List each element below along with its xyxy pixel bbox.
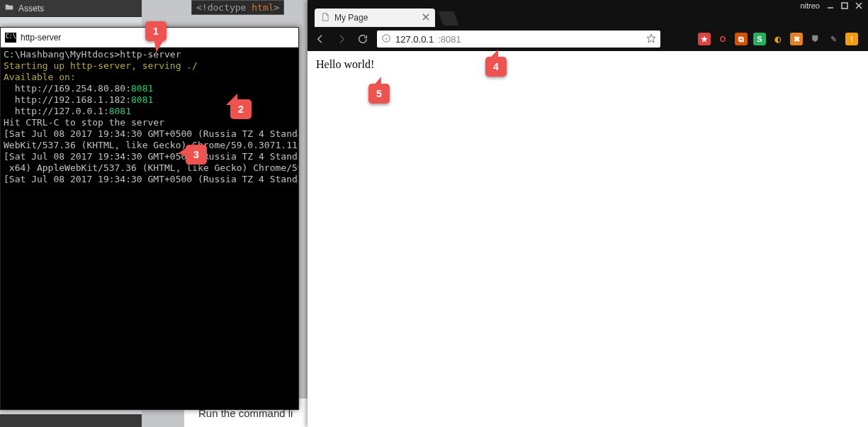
- console-log-0: [Sat Jul 08 2017 19:34:30 GMT+0500 (Russ…: [4, 128, 298, 139]
- bookmark-star-icon[interactable]: [646, 33, 656, 45]
- tab-my-page[interactable]: My Page: [315, 9, 435, 27]
- tab-close-icon[interactable]: [422, 13, 429, 23]
- svg-marker-9: [647, 34, 655, 43]
- console-window: http-server C:\Hashbang\MyHtdocs>http-se…: [0, 27, 299, 410]
- console-url-2: http://127.0.0.1:8081: [4, 106, 131, 116]
- background-panel-title: Assets: [18, 4, 44, 13]
- page-text: Hello world!: [316, 58, 374, 70]
- url-port: 8081: [131, 94, 153, 105]
- extension-icon-2[interactable]: ⧉: [735, 33, 748, 45]
- console-prompt-line: C:\Hashbang\MyHtdocs>http-server: [4, 49, 181, 60]
- callout-5: 5: [368, 84, 390, 104]
- reload-button[interactable]: [356, 32, 370, 46]
- console-available-line: Available on:: [4, 72, 76, 82]
- callout-label: 5: [376, 88, 382, 99]
- console-starting-line: Starting up http-server, serving ./: [4, 60, 198, 71]
- callout-label: 4: [493, 61, 499, 72]
- callout-label: 3: [193, 149, 199, 160]
- cmd-icon: [5, 33, 16, 43]
- extension-icon-3[interactable]: S: [753, 33, 766, 45]
- console-hint-line: Hit CTRL-C to stop the server: [4, 117, 164, 128]
- site-info-icon[interactable]: [381, 33, 391, 45]
- console-log-3: x64) AppleWebKit/537.36 (KHTML, like Gec…: [4, 162, 298, 173]
- console-log-4: [Sat Jul 08 2017 19:34:30 GMT+0500 (Russ…: [4, 174, 298, 184]
- callout-1: 1: [145, 21, 167, 41]
- url-base: http://169.254.80.80:: [4, 83, 131, 94]
- extension-icon-8[interactable]: !: [845, 33, 858, 45]
- url-base: http://192.168.1.182:: [4, 94, 131, 105]
- tab-strip: My Page: [308, 6, 868, 27]
- url-port: :8081: [438, 34, 461, 45]
- extension-icon-5[interactable]: ✖: [790, 33, 803, 45]
- extension-icon-7[interactable]: ✎: [827, 33, 840, 45]
- window-controls: [824, 1, 865, 11]
- code-snippet: <!doctype html>: [191, 0, 284, 15]
- extension-icon-0[interactable]: ★: [698, 33, 711, 45]
- code-keyword: html: [252, 2, 274, 13]
- callout-4: 4: [485, 57, 507, 77]
- code-text-end: >: [274, 2, 280, 13]
- console-title: http-server: [21, 33, 61, 43]
- address-bar[interactable]: 127.0.0.1:8081: [377, 30, 660, 48]
- minimize-button[interactable]: [824, 1, 837, 11]
- console-url-0: http://169.254.80.80:8081: [4, 83, 153, 94]
- url-port: 8081: [131, 83, 153, 94]
- browser-username: nitreo: [800, 1, 820, 10]
- code-text: <!doctype: [196, 2, 252, 13]
- new-tab-button[interactable]: [438, 11, 458, 26]
- maximize-button[interactable]: [838, 1, 851, 11]
- svg-rect-1: [842, 3, 847, 9]
- url-port: 8081: [109, 106, 131, 116]
- extension-icon-6[interactable]: ⛊: [808, 33, 821, 45]
- url-base: http://127.0.0.1:: [4, 106, 109, 116]
- callout-label: 1: [153, 26, 159, 37]
- console-url-1: http://192.168.1.182:8081: [4, 94, 153, 105]
- browser-window: nitreo My Page: [308, 0, 868, 427]
- page-icon: [320, 12, 330, 24]
- url-host: 127.0.0.1: [395, 34, 434, 45]
- console-body[interactable]: C:\Hashbang\MyHtdocs>http-server Startin…: [1, 48, 298, 187]
- extension-icon-1[interactable]: O: [716, 33, 729, 45]
- browser-titlebar[interactable]: [308, 0, 868, 6]
- back-button[interactable]: [313, 32, 327, 46]
- browser-viewport: Hello world!: [308, 51, 868, 427]
- callout-2: 2: [230, 99, 252, 119]
- browser-user-strip: nitreo: [797, 0, 868, 11]
- tab-title: My Page: [334, 13, 368, 23]
- folder-icon: [4, 2, 14, 14]
- background-panel-header: Assets: [0, 0, 142, 17]
- extension-icon-4[interactable]: ◐: [772, 33, 784, 45]
- close-button[interactable]: [852, 1, 865, 11]
- browser-toolbar: 127.0.0.1:8081 ★O⧉S◐✖⛊✎!: [308, 27, 868, 51]
- console-log-2: [Sat Jul 08 2017 19:34:30 GMT+0500 (Russ…: [4, 151, 298, 162]
- console-log-1: WebKit/537.36 (KHTML, like Gecko) Chrome…: [4, 140, 298, 150]
- callout-3: 3: [186, 145, 207, 165]
- forward-button[interactable]: [334, 32, 349, 46]
- extension-icons: ★O⧉S◐✖⛊✎!: [698, 33, 862, 45]
- callout-label: 2: [238, 104, 244, 115]
